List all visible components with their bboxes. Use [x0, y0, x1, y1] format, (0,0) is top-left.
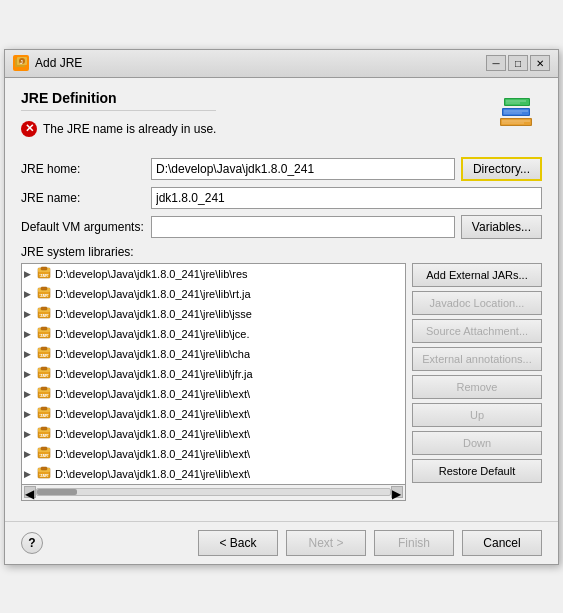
- maximize-button[interactable]: □: [508, 55, 528, 71]
- expand-arrow: ▶: [24, 389, 36, 399]
- expand-arrow: ▶: [24, 369, 36, 379]
- svg-rect-39: [41, 347, 47, 350]
- list-item[interactable]: ▶ JAR D:\develop\Java\jdk1.8.0_241\jre\l…: [22, 264, 405, 284]
- finish-button[interactable]: Finish: [374, 530, 454, 556]
- hscroll-left-btn[interactable]: ◀: [24, 486, 36, 498]
- list-item[interactable]: ▶ JAR D:\develop\Java\jdk1.8.0_241\jre\l…: [22, 464, 405, 484]
- list-item-text: D:\develop\Java\jdk1.8.0_241\jre\lib\ext…: [55, 468, 250, 480]
- list-item[interactable]: ▶ JAR D:\develop\Java\jdk1.8.0_241\jre\l…: [22, 344, 405, 364]
- variables-button[interactable]: Variables...: [461, 215, 542, 239]
- error-icon: ✕: [21, 121, 37, 137]
- svg-rect-69: [41, 467, 47, 470]
- down-button[interactable]: Down: [412, 431, 542, 455]
- svg-rect-54: [41, 407, 47, 410]
- svg-rect-19: [41, 267, 47, 270]
- list-item[interactable]: ▶ JAR D:\develop\Java\jdk1.8.0_241\jre\l…: [22, 364, 405, 384]
- list-item[interactable]: ▶ JAR D:\develop\Java\jdk1.8.0_241\jre\l…: [22, 304, 405, 324]
- javadoc-location-button[interactable]: Javadoc Location...: [412, 291, 542, 315]
- expand-arrow: ▶: [24, 309, 36, 319]
- title-bar-text: Add JRE: [35, 56, 486, 70]
- svg-text:JAR: JAR: [40, 333, 48, 338]
- list-item-text: D:\develop\Java\jdk1.8.0_241\jre\lib\ext…: [55, 408, 250, 420]
- list-item-text: D:\develop\Java\jdk1.8.0_241\jre\lib\res: [55, 268, 248, 280]
- default-vm-row: Default VM arguments: Variables...: [21, 215, 542, 239]
- list-item[interactable]: ▶ JAR D:\develop\Java\jdk1.8.0_241\jre\l…: [22, 324, 405, 344]
- dialog-icon: J: [13, 55, 29, 71]
- jar-icon: JAR: [36, 426, 52, 442]
- horizontal-scrollbar[interactable]: ◀ ▶: [21, 485, 406, 501]
- expand-arrow: ▶: [24, 289, 36, 299]
- section-header: JRE Definition ✕ The JRE name is already…: [21, 90, 542, 149]
- svg-text:JAR: JAR: [40, 353, 48, 358]
- list-item[interactable]: ▶ JAR D:\develop\Java\jdk1.8.0_241\jre\l…: [22, 284, 405, 304]
- expand-arrow: ▶: [24, 429, 36, 439]
- dialog: J Add JRE ─ □ ✕ JRE Definition ✕ The JRE…: [4, 49, 559, 565]
- libraries-label: JRE system libraries:: [21, 245, 542, 259]
- jar-icon: JAR: [36, 266, 52, 282]
- list-item-text: D:\develop\Java\jdk1.8.0_241\jre\lib\jfr…: [55, 368, 253, 380]
- list-item[interactable]: ▶ JAR D:\develop\Java\jdk1.8.0_241\jre\l…: [22, 424, 405, 444]
- svg-text:JAR: JAR: [40, 373, 48, 378]
- svg-rect-34: [41, 327, 47, 330]
- hscroll-right-btn[interactable]: ▶: [391, 486, 403, 498]
- jre-name-input[interactable]: [151, 187, 542, 209]
- divider: [21, 110, 216, 111]
- svg-text:JAR: JAR: [40, 413, 48, 418]
- library-list-container: ▶ JAR D:\develop\Java\jdk1.8.0_241\jre\l…: [21, 263, 406, 501]
- jre-books-icon: [492, 90, 542, 139]
- restore-default-button[interactable]: Restore Default: [412, 459, 542, 483]
- jre-name-row: JRE name:: [21, 187, 542, 209]
- section-title: JRE Definition: [21, 90, 216, 106]
- minimize-button[interactable]: ─: [486, 55, 506, 71]
- jar-icon: JAR: [36, 406, 52, 422]
- libraries-area: ▶ JAR D:\develop\Java\jdk1.8.0_241\jre\l…: [21, 263, 542, 501]
- svg-text:J: J: [20, 59, 23, 65]
- svg-rect-49: [41, 387, 47, 390]
- jar-icon: JAR: [36, 386, 52, 402]
- content-area: JRE Definition ✕ The JRE name is already…: [5, 78, 558, 521]
- jar-icon: JAR: [36, 326, 52, 342]
- svg-text:JAR: JAR: [40, 453, 48, 458]
- svg-text:JAR: JAR: [40, 473, 48, 478]
- default-vm-input[interactable]: [151, 216, 455, 238]
- hscroll-thumb[interactable]: [37, 489, 77, 495]
- expand-arrow: ▶: [24, 349, 36, 359]
- list-item[interactable]: ▶ JAR D:\develop\Java\jdk1.8.0_241\jre\l…: [22, 444, 405, 464]
- svg-rect-59: [41, 427, 47, 430]
- remove-button[interactable]: Remove: [412, 375, 542, 399]
- svg-text:JAR: JAR: [40, 393, 48, 398]
- svg-rect-64: [41, 447, 47, 450]
- svg-text:JAR: JAR: [40, 293, 48, 298]
- error-text: The JRE name is already in use.: [43, 122, 216, 136]
- add-external-jars-button[interactable]: Add External JARs...: [412, 263, 542, 287]
- up-button[interactable]: Up: [412, 403, 542, 427]
- jre-home-label: JRE home:: [21, 162, 151, 176]
- list-item[interactable]: ▶ JAR D:\develop\Java\jdk1.8.0_241\jre\l…: [22, 404, 405, 424]
- list-item-text: D:\develop\Java\jdk1.8.0_241\jre\lib\ext…: [55, 388, 250, 400]
- bottom-bar: ? < Back Next > Finish Cancel: [5, 521, 558, 564]
- library-list[interactable]: ▶ JAR D:\develop\Java\jdk1.8.0_241\jre\l…: [21, 263, 406, 485]
- external-annotations-button[interactable]: External annotations...: [412, 347, 542, 371]
- jre-home-input[interactable]: [151, 158, 455, 180]
- close-button[interactable]: ✕: [530, 55, 550, 71]
- jar-icon: JAR: [36, 346, 52, 362]
- jar-icon: JAR: [36, 366, 52, 382]
- library-list-inner[interactable]: ▶ JAR D:\develop\Java\jdk1.8.0_241\jre\l…: [22, 264, 405, 484]
- next-button[interactable]: Next >: [286, 530, 366, 556]
- svg-rect-24: [41, 287, 47, 290]
- expand-arrow: ▶: [24, 329, 36, 339]
- help-button[interactable]: ?: [21, 532, 43, 554]
- hscroll-track[interactable]: [36, 488, 391, 496]
- back-button[interactable]: < Back: [198, 530, 278, 556]
- svg-rect-7: [503, 109, 529, 115]
- cancel-button[interactable]: Cancel: [462, 530, 542, 556]
- source-attachment-button[interactable]: Source Attachment...: [412, 319, 542, 343]
- svg-rect-29: [41, 307, 47, 310]
- expand-arrow: ▶: [24, 409, 36, 419]
- svg-rect-5: [501, 119, 531, 125]
- directory-button[interactable]: Directory...: [461, 157, 542, 181]
- jre-home-row: JRE home: Directory...: [21, 157, 542, 181]
- expand-arrow: ▶: [24, 269, 36, 279]
- list-item[interactable]: ▶ JAR D:\develop\Java\jdk1.8.0_241\jre\l…: [22, 384, 405, 404]
- svg-text:JAR: JAR: [40, 433, 48, 438]
